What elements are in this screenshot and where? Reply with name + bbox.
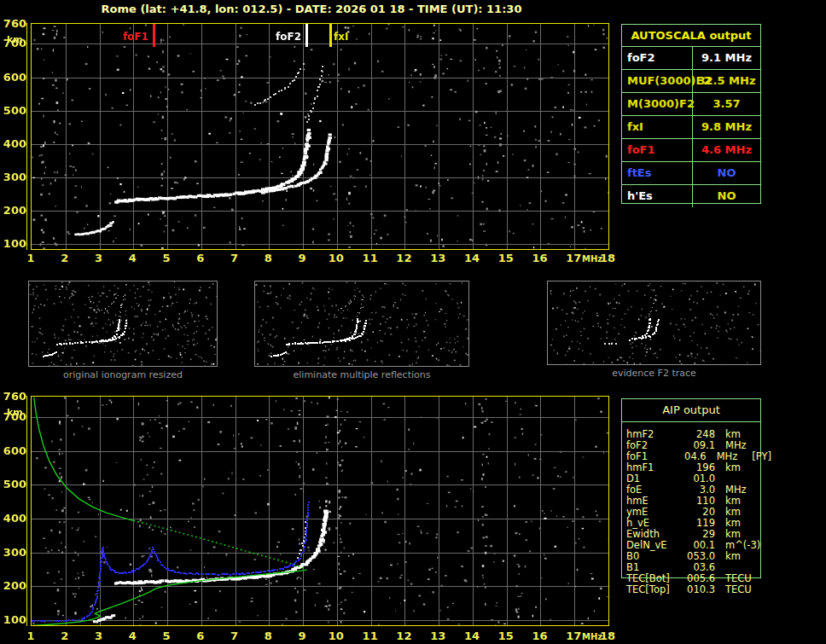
parameter-unit: km (715, 462, 763, 473)
autoscala-row: foF14.6 MHz (622, 139, 760, 162)
x-axis-unit-label: MHz (582, 632, 602, 641)
x-axis-tick-label: 5 (156, 629, 177, 642)
x-axis-tick-label: 7 (224, 252, 245, 264)
parameter-label: MUF(3000)F2 (622, 70, 693, 92)
parameter-note (763, 529, 765, 540)
parameter-unit: TECU (715, 584, 763, 595)
x-axis-tick-label: 17 (563, 629, 584, 642)
x-axis-tick-label: 13 (428, 629, 448, 642)
thumbnail-caption-f2: evidence F2 trace (547, 368, 761, 379)
x-axis-tick-label: 7 (224, 629, 245, 642)
bottom-ionogram-plot (31, 396, 609, 626)
y-axis-tick-label: 760 (1, 17, 26, 30)
x-axis-tick-label: 10 (326, 252, 346, 264)
aip-row: TEC[Top]010.3TECU (626, 584, 771, 595)
thumbnail-f2-canvas (548, 281, 760, 364)
parameter-note (763, 429, 765, 440)
x-axis-tick-label: 4 (122, 252, 143, 264)
marker-label-fxi: fxI (334, 31, 348, 43)
x-axis-tick-label: 8 (258, 629, 278, 642)
y-axis-tick-label: 200 (1, 204, 26, 217)
y-axis-tick-label: 760 (1, 390, 26, 403)
autoscala-row: fxI9.8 MHz (622, 116, 760, 139)
y-axis-tick-label: 100 (1, 613, 26, 626)
top-ionogram-canvas (32, 24, 608, 249)
parameter-note (763, 584, 765, 595)
y-axis-tick-label: 600 (1, 71, 26, 84)
parameter-note (763, 573, 765, 584)
y-axis-tick-label: 500 (1, 478, 26, 490)
y-axis-tick-label: 300 (1, 171, 26, 183)
x-axis-tick-label: 3 (89, 252, 109, 264)
x-axis-tick-label: 5 (156, 252, 177, 264)
parameter-value: 9.8 MHz (693, 116, 760, 138)
autoscala-row: M(3000)F23.57 (622, 93, 760, 116)
thumbnail-original-canvas (29, 281, 217, 366)
y-axis-tick-label: 400 (1, 137, 26, 150)
marker-label-fof2: foF2 (259, 31, 301, 43)
parameter-value: NO (693, 185, 760, 207)
x-axis-tick-label: 2 (55, 629, 75, 642)
y-axis-tick-label: 100 (1, 237, 26, 250)
x-axis-tick-label: 16 (529, 252, 550, 264)
parameter-note (763, 473, 765, 484)
aip-row: D101.0 (626, 473, 771, 484)
thumbnail-caption-reflections: eliminate multiple reflections (254, 369, 469, 380)
y-axis-tick-label: 200 (1, 579, 26, 592)
y-axis-tick-label: 300 (1, 546, 26, 559)
x-axis-tick-label: 4 (122, 629, 143, 642)
parameter-note (763, 518, 765, 529)
autoscala-table-rows: foF29.1 MHzMUF(3000)F232.5 MHzM(3000)F23… (622, 47, 760, 207)
y-axis-tick-label: 600 (1, 444, 26, 457)
autoscala-row: h'EsNO (622, 185, 760, 207)
x-axis-unit-label: MHz (582, 254, 602, 264)
x-axis-tick-label: 6 (190, 629, 211, 642)
y-axis-unit-label: km (7, 407, 23, 418)
x-axis-tick-label: 14 (462, 252, 482, 264)
x-axis-tick-label: 11 (360, 629, 381, 642)
parameter-value: 3.57 (693, 93, 760, 115)
parameter-value: 010.3 (679, 584, 715, 595)
parameter-name: TEC[Top] (626, 584, 679, 595)
parameter-unit: km (715, 551, 763, 562)
autoscala-window: Rome (lat: +41.8, lon: 012.5) - DATE: 20… (0, 0, 826, 644)
x-axis-tick-label: 17 (563, 252, 584, 264)
parameter-note (763, 507, 765, 518)
parameter-label: ftEs (622, 162, 693, 184)
window-title: Rome (lat: +41.8, lon: 012.5) - DATE: 20… (0, 3, 623, 15)
x-axis-tick-label: 1 (20, 629, 41, 642)
parameter-note (763, 484, 765, 496)
autoscala-row: MUF(3000)F232.5 MHz (622, 70, 760, 93)
parameter-note (763, 462, 765, 473)
y-axis-unit-label: km (7, 34, 23, 45)
x-axis-tick-label: 2 (55, 252, 75, 264)
x-axis-tick-label: 9 (292, 252, 312, 264)
x-axis-tick-label: 11 (360, 252, 381, 264)
thumbnail-reflections-canvas (255, 281, 468, 366)
parameter-value: 32.5 MHz (693, 70, 760, 92)
marker-label-fof1: foF1 (106, 31, 148, 43)
parameter-value: 4.6 MHz (693, 139, 760, 161)
x-axis-tick-label: 1 (20, 252, 41, 264)
parameter-value: 9.1 MHz (693, 47, 760, 69)
parameter-label: foF1 (622, 139, 693, 161)
x-axis-tick-label: 3 (89, 629, 109, 642)
bottom-ionogram-canvas (32, 397, 608, 625)
aip-table-header: AIP output (622, 399, 760, 422)
thumbnail-caption-original: original ionogram resized (28, 369, 218, 380)
parameter-label: fxI (622, 116, 693, 138)
y-axis-tick-label: 500 (1, 104, 26, 117)
parameter-note (763, 551, 765, 562)
y-axis-tick-label: 400 (1, 512, 26, 525)
parameter-value: NO (693, 162, 760, 184)
x-axis-tick-label: 16 (529, 629, 550, 642)
x-axis-tick-label: 12 (393, 629, 414, 642)
x-axis-tick-label: 15 (496, 629, 516, 642)
parameter-note (763, 540, 765, 551)
x-axis-tick-label: 6 (190, 252, 211, 264)
autoscala-output-table: AUTOSCALA output foF29.1 MHzMUF(3000)F23… (621, 24, 761, 204)
x-axis-tick-label: 9 (292, 629, 312, 642)
autoscala-row: foF29.1 MHz (622, 47, 760, 70)
x-axis-tick-label: 14 (462, 629, 482, 642)
parameter-label: foF2 (622, 47, 693, 69)
